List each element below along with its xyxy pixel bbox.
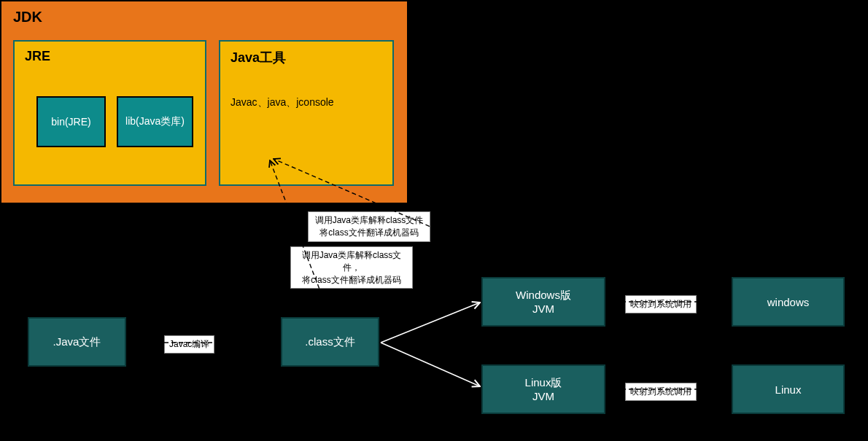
windows-jvm-box: Windows版 JVM xyxy=(481,277,605,327)
javac-edge-label: Javac编译 xyxy=(164,335,214,354)
lib-edge-label-2: 调用Java类库解释class文件 将class文件翻译成机器码 xyxy=(308,211,430,242)
svg-line-2 xyxy=(381,343,480,386)
linux-jvm-box: Linux版 JVM xyxy=(481,364,605,414)
linux-jvm-line2: JVM xyxy=(525,390,562,402)
jdk-container: JDK JRE bin(JRE) lib(Java类库) Java工具 Java… xyxy=(0,0,408,204)
windows-box: windows xyxy=(732,277,845,327)
jdk-label: JDK xyxy=(13,9,42,26)
linux-box: Linux xyxy=(732,364,845,414)
svg-line-1 xyxy=(381,303,480,343)
linux-jvm-line1: Linux版 xyxy=(525,376,562,390)
win-jvm-line1: Windows版 xyxy=(516,289,571,303)
map-win-edge-label: 映射到系统调用 xyxy=(625,295,697,313)
java-tools-items: Javac、java、jconsole xyxy=(230,96,334,109)
jre-container: JRE bin(JRE) lib(Java类库) xyxy=(13,40,206,186)
lib-java-box: lib(Java类库) xyxy=(117,96,193,147)
jre-label: JRE xyxy=(25,49,50,64)
class-file-box: .class文件 xyxy=(281,317,379,367)
java-file-box: .Java文件 xyxy=(28,317,126,367)
java-tools-label: Java工具 xyxy=(230,49,286,66)
bin-jre-box: bin(JRE) xyxy=(36,96,106,147)
java-tools-container: Java工具 Javac、java、jconsole xyxy=(219,40,394,186)
win-jvm-line2: JVM xyxy=(516,303,571,315)
lib-edge-label-1: 调用Java类库解释class文件， 将class文件翻译成机器码 xyxy=(290,246,413,289)
map-linux-edge-label: 映射到系统调用 xyxy=(625,383,697,401)
